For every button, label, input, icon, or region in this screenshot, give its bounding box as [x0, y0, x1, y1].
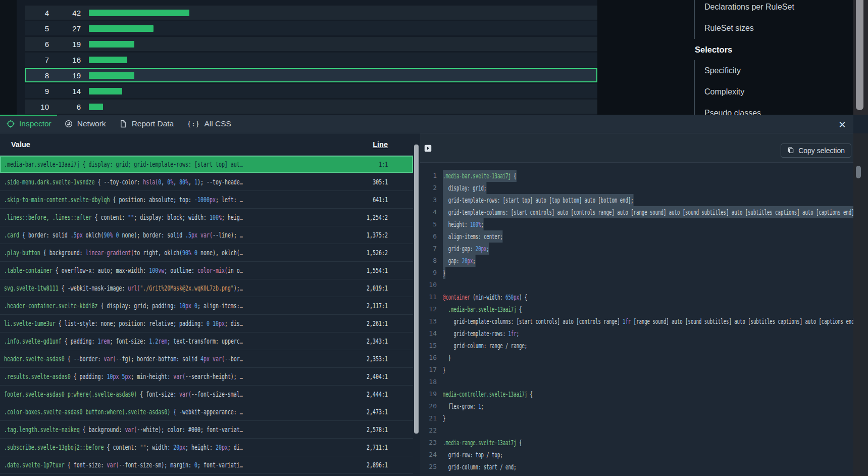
file-icon: [119, 120, 127, 128]
table-row[interactable]: svg.svelte-1tw8111 { -webkit-mask-image:…: [0, 279, 413, 297]
report-nav-sidebar: Declarations per RuleSetRuleSet sizesSel…: [597, 0, 853, 115]
line-link[interactable]: 2,261:1: [358, 315, 388, 332]
code-text: }: [443, 364, 445, 376]
css-analyzer-app: 442527619716819914106 Declarations per R…: [0, 0, 868, 476]
table-row[interactable]: .color-boxes.svelte-asdas0 button:where(…: [0, 403, 413, 421]
bar: [89, 104, 103, 110]
line-number: 9: [420, 267, 437, 279]
table-row[interactable]: .date.svelte-1p7tuxr { font-size: var(--…: [0, 456, 413, 474]
line-link[interactable]: 2,353:1: [358, 350, 388, 368]
line-number: 23: [420, 437, 437, 449]
line-number: 10: [420, 279, 437, 291]
table-row[interactable]: header.svelte-asdas0 { --border: var(--f…: [0, 350, 413, 368]
code-scrollbar-thumb[interactable]: [856, 166, 861, 178]
line-number: 12: [420, 303, 437, 315]
page-scrollbar[interactable]: [853, 0, 868, 115]
chart-row-9[interactable]: 914: [25, 84, 597, 98]
table-row[interactable]: .card { border: solid .5px oklch(90% 0 n…: [0, 226, 413, 244]
table-row[interactable]: .lines::before, .lines::after { content:…: [0, 209, 413, 226]
braces-icon: {:}: [187, 120, 199, 128]
line-link[interactable]: 2,444:1: [358, 386, 388, 403]
table-row[interactable]: .media-bar.svelte-13aai7j { display: gri…: [0, 156, 413, 173]
line-link[interactable]: 1,554:1: [358, 262, 388, 279]
sidebar-item-ruleset-sizes[interactable]: RuleSet sizes: [695, 18, 853, 39]
line-link[interactable]: 2,711:1: [358, 439, 388, 456]
table-row[interactable]: .side-menu.dark.svelte-1vsndze { --toy-c…: [0, 173, 413, 191]
rule-preview: .media-bar.svelte-13aai7j { display: gri…: [4, 156, 380, 173]
code-line: 13 grid-template-columns: [start control…: [420, 315, 853, 327]
line-link[interactable]: 1,375:2: [358, 226, 388, 244]
line-link[interactable]: 2,578:1: [358, 421, 388, 439]
table-scrollbar[interactable]: [413, 133, 420, 476]
line-number: 26: [420, 473, 437, 476]
rule-preview: .info.svelte-gd1unf { padding: 1rem; fon…: [4, 332, 380, 350]
code-line: 16 }: [420, 352, 853, 364]
chart-row-4[interactable]: 442: [25, 6, 597, 20]
chart-row-5[interactable]: 527: [25, 21, 597, 35]
code-text: grid-row: top / top;: [443, 449, 503, 461]
sidebar-section-header: Selectors: [694, 39, 853, 60]
copy-selection-button[interactable]: Copy selection: [781, 144, 851, 158]
chart-row-7[interactable]: 716: [25, 53, 597, 67]
table-row[interactable]: .skip-to-main-content.svelte-dbylqh { po…: [0, 191, 413, 209]
table-scrollbar-thumb[interactable]: [414, 145, 419, 434]
table-row[interactable]: .tag.length.svelte-naikeq { background: …: [0, 421, 413, 439]
chart-row-10[interactable]: 106: [25, 100, 597, 114]
sidebar-item-declarations-per-ruleset[interactable]: Declarations per RuleSet: [695, 0, 853, 18]
line-link[interactable]: 2,019:1: [358, 279, 388, 297]
sidebar-item-pseudo-classes[interactable]: Pseudo classes: [695, 103, 853, 115]
line-link[interactable]: 641:1: [367, 191, 388, 209]
code-text: }: [443, 352, 451, 364]
line-link[interactable]: 2,896:1: [358, 456, 388, 474]
line-link[interactable]: 2,343:1: [358, 332, 388, 350]
line-link[interactable]: 2,473:1: [358, 403, 388, 421]
table-row[interactable]: .header-container.svelte-kbdi8z { displa…: [0, 297, 413, 315]
line-link[interactable]: 1:1: [375, 156, 388, 173]
bar: [89, 41, 134, 47]
code-line: 1.media-bar.svelte-13aai7j {: [420, 170, 853, 182]
line-link[interactable]: 1,254:2: [358, 209, 388, 226]
active-tab-indicator: [0, 115, 57, 116]
code-text: align-items: center;: [443, 230, 503, 243]
code-text: flex-grow: 1;: [443, 400, 484, 412]
code-text: .media-bar.svelte-13aai7j {: [443, 170, 517, 182]
sidebar-item-complexity[interactable]: Complexity: [695, 81, 853, 103]
line-number: 7: [420, 243, 437, 255]
code-text: @container (min-width: 650px) {: [443, 291, 527, 303]
line-link[interactable]: 305:1: [367, 173, 388, 191]
chart-row-8[interactable]: 819: [25, 68, 597, 82]
tab-report-data[interactable]: Report Data: [119, 119, 174, 128]
page-scrollbar-thumb[interactable]: [856, 0, 863, 110]
code-line: 17}: [420, 364, 853, 376]
line-link[interactable]: 2,404:1: [358, 368, 388, 386]
toggle-sidebar-icon[interactable]: [424, 145, 432, 152]
code-line: 23.media-range.svelte-13aai7j {: [420, 437, 853, 449]
table-row[interactable]: .info.svelte-gd1unf { padding: 1rem; fon…: [0, 332, 413, 350]
table-row[interactable]: .results.svelte-asdas0 { padding: 10px 5…: [0, 368, 413, 386]
chart-row-6[interactable]: 619: [25, 37, 597, 51]
table-row[interactable]: footer.svelte-asdas0 p:where(.svelte-asd…: [0, 386, 413, 403]
table-row[interactable]: .table-container { overflow-x: auto; max…: [0, 262, 413, 279]
close-panel-button[interactable]: ✕: [836, 120, 849, 131]
tab-inspector[interactable]: Inspector: [7, 119, 52, 128]
code-line: 26 display: flex;: [420, 473, 853, 476]
code-scrollbar[interactable]: [853, 133, 868, 476]
table-row[interactable]: .play-button { background: linear-gradie…: [0, 244, 413, 262]
line-link[interactable]: 1,526:2: [358, 244, 388, 262]
tab-all-css[interactable]: {:}All CSS: [187, 119, 231, 128]
tab-label: Inspector: [19, 119, 52, 128]
table-row[interactable]: .subscribe.svelte-13gboj2::before { cont…: [0, 439, 413, 456]
line-number: 13: [420, 315, 437, 327]
code-line: 15 grid-column: range / range;: [420, 340, 853, 352]
table-row[interactable]: li.svelte-1ume3ur { list-style: none; po…: [0, 315, 413, 332]
bucket-label: 5: [25, 24, 49, 33]
line-column-header[interactable]: Line: [373, 133, 388, 156]
line-number: 24: [420, 449, 437, 461]
code-text: .media-bar.svelte-13aai7j {: [443, 303, 522, 315]
sidebar-item-specificity[interactable]: Specificity: [695, 60, 853, 81]
line-link[interactable]: 2,117:1: [358, 297, 388, 315]
tab-network[interactable]: Network: [65, 119, 106, 128]
rule-preview: .play-button { background: linear-gradie…: [4, 244, 380, 262]
results-table: .media-bar.svelte-13aai7j { display: gri…: [0, 156, 413, 476]
bar: [89, 25, 154, 32]
